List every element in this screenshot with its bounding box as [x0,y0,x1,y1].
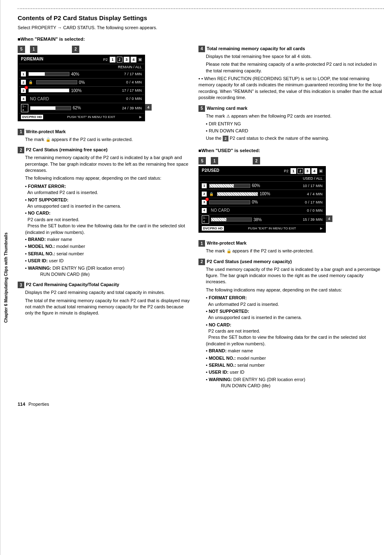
desc-p2-remaining-extra: The total of the remaining memory capaci… [25,298,190,317]
p2-label: P2 [103,58,108,62]
bullet-no-card: NO CARD: P2 cards are not inserted. Pres… [25,210,190,236]
desc-warning-use: Use the 2 P2 card status to check the na… [206,135,384,141]
used-row-2-num: 2 [202,192,209,197]
used-row-2-numbox: 2 [202,192,207,197]
bullet-model: MODEL NO.: model number [25,243,190,250]
used-total-label: 1–4 [202,215,209,224]
remain-row-3: 3 ! 100% 17 / [18,87,144,95]
used-row-1-unit: MIN [316,184,323,188]
remain-row-4: 4 NO CARD 0 / 0 MIN [18,95,144,103]
used-total-bar-fill [211,218,226,221]
used-row-3-right: 0 / 17 MIN [286,200,323,204]
desc-p2-remaining-body: Displays the P2 card remaining capacity … [25,289,190,296]
used-row-1-bar-fill [210,184,234,187]
used-row-4-all: 0 [312,208,314,213]
used-p2-status-title-text: P2 Card Status (used memory capacity) [207,259,292,264]
used-row-4-sep: / [310,208,311,213]
used-row-4-numbox: 4 [202,208,207,213]
page-number: 114 [18,402,25,407]
bullet-total-loop: • When REC FUNCTION (RECORDING SETUP) is… [198,76,384,101]
slot-icon: ■ [138,58,142,61]
remain-row-2-bar-area: 🔒 0% [28,80,105,85]
lock-icon-1: 🔒 [46,137,51,142]
bullet-format-error: FORMAT ERROR: An unformatted P2 card is … [25,183,190,196]
used-row-4: 4 NO CARD 0 / 0 MIN [199,206,325,215]
used-row-3-num: 3 ! [202,200,209,205]
page-container: Chapter 6 Manipulating Clips with Thumbn… [0,0,392,555]
used-ann-2: 2 [253,157,260,164]
used-row-3-pct: 0% [252,200,266,204]
used-ann-1: 1 [211,157,218,164]
remain-row-4-nocard: NO CARD [30,97,49,101]
used-row-4-nocard: NO CARD [211,208,230,213]
remain-row-4-right: 0 / 0 MIN [105,97,142,101]
used-bullet-brand: BRAND: maker name [206,348,384,354]
remain-row-3-all: 17 [129,88,134,92]
num-badge-4: 4 [198,46,205,52]
used-row-2-used: 4 [307,192,309,196]
used-screen-mockup: P2/USED P2 1 2 3 4 ■ USED / ALL [198,166,326,233]
used-total-all: 39 [310,217,314,222]
used-row-1-used: 10 [303,184,307,188]
remain-row-3-unit: MIN [135,88,142,92]
num-badge-3: 3 [18,282,24,288]
bullet-warning: WARNING: DIR ENTRY NG (DIR location erro… [25,265,190,278]
used-bullet-format-error: FORMAT ERROR: An unformatted P2 card is … [206,295,384,308]
remain-row-2-unit: MIN [135,80,142,84]
desc-used-p2-status-body: The used memory capacity of the P2 card … [206,266,384,285]
bullet-user-id: USER ID: user ID [25,258,190,264]
used-row-3-sep: / [308,200,309,204]
total-remain-title-text: Total remaining memory capacity for all … [207,46,305,51]
used-num-badge-2: 2 [198,259,205,265]
used-total-unit: MIN [316,217,323,222]
remain-row-2-right: 0 / 4 MIN [105,80,142,84]
used-row-2-bar-fill [217,192,258,196]
remain-row-1-num: 1 [21,72,28,76]
remain-p2-slots: P2 1 2 3 4 ■ [103,57,142,62]
remain-total-label: 1–4 [21,104,28,112]
used-footer-icon: ▶ [320,227,323,230]
used-total-num: 1–4 [202,215,209,224]
lock-icon-2: 🔒 [226,249,231,253]
remain-row-1-unit: MIN [135,72,142,76]
desc-write-protect-title: 1 Write-protect Mark [18,129,190,135]
warning-mark-title-text: Warning card mark [207,105,247,111]
bullet-serial: SERIAL NO.: serial number [25,251,190,257]
used-p2-slots: P2 1 2 3 4 ■ [284,168,323,174]
remain-row-2-bar-container [36,80,77,84]
num-badge-1: 1 [18,129,24,135]
used-slot-2: 2 [297,168,303,174]
desc-warning-mark: 5 Warning card mark The mark ⚠ appears w… [198,105,384,142]
remain-screen-footer: DVCPRO HD PUSH "EXIT" IN MENU TO EXIT ▶ [18,113,144,120]
slot-1: 1 [110,57,115,62]
desc-p2-status-title: 2 P2 Card Status (remaining free space) [18,147,190,153]
ann-4-remain: 4 [145,104,152,111]
desc-p2-remaining-title: 3 P2 Card Remaining Capacity/Total Capac… [18,282,190,288]
remain-row-3-bar-area: 100% [28,88,105,93]
used-p2-label: P2 [284,169,288,173]
num-badge-5: 5 [198,105,205,112]
remain-total-num: 1–4 [21,104,28,112]
desc-total-remain-note: Please note that the remaining capacity … [206,61,384,74]
used-row-1: 1 60% 10 / 17 MIN [199,182,325,190]
used-row-4-used: 0 [307,208,309,213]
main-content: Contents of P2 Card Status Display Setti… [12,0,392,555]
used-total-bar-container [211,217,252,222]
used-row-3-all: 17 [310,200,314,204]
used-screen-header: P2/USED P2 1 2 3 4 ■ [199,167,325,176]
remain-row-4-used: 0 [126,97,128,101]
used-row-2-pct: 100% [260,192,274,196]
slot-2: 2 [117,57,122,62]
remain-total-bar-container [30,106,71,110]
remain-row-2: 2 🔒 0% 0 / 4 MIN [18,79,144,87]
used-total-used: 15 [303,217,307,222]
remain-row-2-numbox: 2 [21,80,26,85]
used-header-label: P2/USED [202,168,219,174]
used-row-4-num: 4 [202,208,209,213]
remain-total-bar-fill [30,106,55,110]
remain-screen-mockup: P2/REMAIN P2 1 2 3 4 ■ REMAIN / ALL [18,55,145,121]
used-total-bar-area: 38% [211,217,286,222]
used-row-1-all: 17 [310,184,314,188]
remain-row-3-right: 17 / 17 MIN [105,88,142,92]
bullet-dot: • [201,76,204,81]
